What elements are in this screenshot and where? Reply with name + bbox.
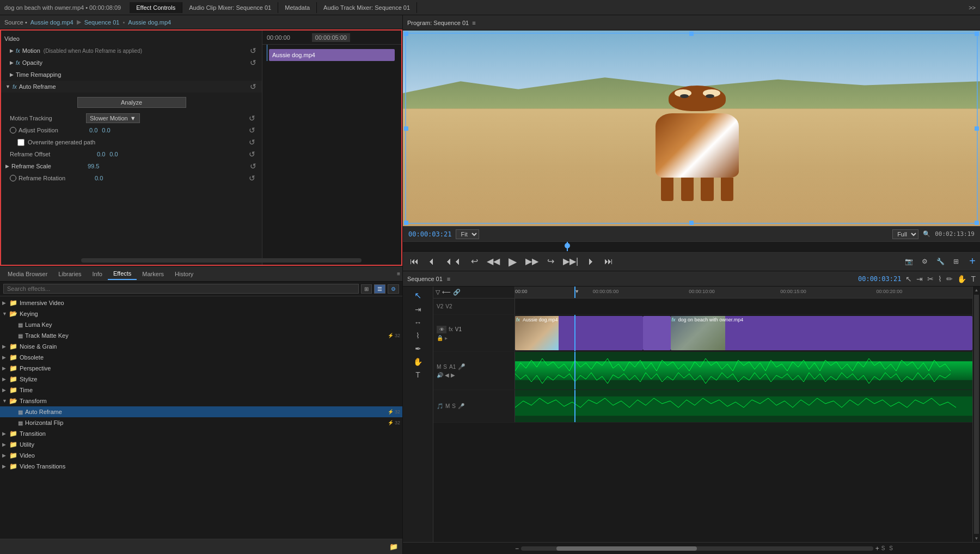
timeline-ruler[interactable]: 00:00 ▼ 00:00:05:00 00:00:10:00 00:00:15… (515, 287, 972, 299)
a1-m-btn[interactable]: M (437, 364, 441, 370)
tree-item-noise-grain[interactable]: ▶ 📁 Noise & Grain (0, 341, 402, 352)
active-file-link[interactable]: Aussie dog.mp4 (128, 19, 171, 26)
tab-markers[interactable]: Markers (137, 269, 169, 279)
tl-tool-text2[interactable]: T (414, 369, 422, 381)
motion-section[interactable]: ▶ fx Motion (Disabled when Auto Reframe … (1, 45, 262, 57)
a1-s-btn[interactable]: S (443, 364, 447, 370)
tree-item-immersive-video[interactable]: ▶ 📁 Immersive Video (0, 297, 402, 308)
tab-libraries[interactable]: Libraries (53, 269, 87, 279)
tab-effects[interactable]: Effects (108, 268, 137, 280)
opacity-section[interactable]: ▶ fx Opacity ↺ (1, 57, 262, 69)
reframe-scale-arrow[interactable]: ▶ (5, 163, 9, 169)
v1-sync-icon[interactable]: 🔒 (437, 335, 443, 341)
sequence-link[interactable]: Sequence 01 (84, 19, 120, 26)
tree-item-auto-reframe[interactable]: ▦ Auto Reframe ⚡ 32 (0, 406, 402, 417)
reframe-offset-y[interactable]: 0.0 (109, 151, 118, 157)
tl-scroll-thumb-h[interactable] (556, 546, 697, 551)
overwrite-checkbox[interactable] (17, 139, 24, 146)
transport-wrench[interactable]: 🔧 (934, 256, 947, 267)
seq-tool-razor[interactable]: ✂ (927, 275, 934, 283)
transport-go-to-out[interactable]: ↪ (544, 254, 557, 268)
tl-tool-ripple-edit[interactable]: ⇥ (413, 303, 423, 315)
seq-tool-slip[interactable]: ⌇ (938, 275, 942, 283)
auto-reframe-arrow[interactable]: ▼ (5, 84, 10, 89)
a1-prev-btn[interactable]: ◀ (445, 372, 449, 378)
transport-next-edit[interactable]: ▶▶| (560, 254, 581, 268)
transport-to-in[interactable]: ⏮ (407, 255, 421, 268)
a2-s-btn[interactable]: S (452, 403, 456, 409)
scroll-up-btn[interactable]: ▲ (973, 287, 980, 294)
transport-step-fwd[interactable]: ⏵ (584, 255, 598, 268)
tl-tool-razor[interactable]: ⌇ (414, 330, 421, 342)
tl-zoom-in[interactable]: + (875, 545, 879, 552)
ec-scrollbar[interactable] (81, 258, 362, 263)
a1-mic-icon[interactable]: 🎤 (458, 363, 465, 370)
effects-search-input[interactable] (3, 284, 359, 294)
transport-settings[interactable]: ⚙ (919, 256, 930, 267)
tree-item-obsolete[interactable]: ▶ 📁 Obsolete (0, 352, 402, 363)
effects-filter[interactable]: ⚙ (388, 284, 399, 294)
seq-tool-selection[interactable]: ↖ (905, 275, 912, 283)
tree-item-time[interactable]: ▶ 📁 Time (0, 385, 402, 395)
v2-toggle[interactable]: V2 (437, 303, 443, 309)
tab-history[interactable]: History (169, 269, 199, 279)
tl-tool-hand2[interactable]: ✋ (412, 356, 424, 368)
tl-h-scrollbar[interactable] (521, 546, 873, 551)
effects-menu-icon[interactable]: ≡ (397, 271, 400, 277)
transport-add[interactable]: + (969, 255, 976, 267)
new-folder-button[interactable]: 📁 (389, 543, 398, 551)
tree-item-video-transitions[interactable]: ▶ 📁 Video Transitions (0, 461, 402, 472)
v1-eye-btn[interactable]: 👁 (437, 326, 446, 333)
transport-step-back[interactable]: ⏴ (425, 255, 439, 268)
tl-tool-arrow[interactable]: ↖ (413, 289, 423, 302)
adjust-position-reset[interactable]: ↺ (249, 126, 255, 135)
full-select[interactable]: Full (892, 229, 918, 239)
tab-info[interactable]: Info (87, 269, 108, 279)
program-timeline-strip[interactable] (403, 241, 980, 251)
tree-item-luma-key[interactable]: ▦ Luma Key (0, 319, 402, 330)
tree-item-track-matte-key[interactable]: ▦ Track Matte Key ⚡ 32 (0, 330, 402, 341)
time-remapping-section[interactable]: ▶ Time Remapping (1, 69, 262, 81)
transport-play[interactable]: ▶ (506, 253, 519, 270)
video-clip-dog-owner[interactable]: fx dog on beach with owner.mp4 (671, 316, 972, 350)
transport-grid[interactable]: ⊞ (951, 256, 961, 267)
tree-item-transition[interactable]: ▶ 📁 Transition (0, 428, 402, 439)
reframe-scale-value[interactable]: 99.5 (88, 163, 99, 169)
scroll-down-btn[interactable]: ▼ (973, 535, 980, 542)
transport-ff[interactable]: ▶▶ (523, 254, 541, 268)
a1-label[interactable]: A1 (449, 364, 456, 370)
effects-list-view[interactable]: ☰ (374, 284, 385, 294)
tree-item-stylize[interactable]: ▶ 📁 Stylize (0, 374, 402, 385)
a2-m-btn[interactable]: M (445, 403, 450, 409)
analyze-button[interactable]: Analyze (77, 97, 186, 108)
a1-next-btn[interactable]: ▶ (451, 372, 455, 378)
sequence-menu-icon[interactable]: ≡ (447, 276, 450, 282)
source-file-link[interactable]: Aussie dog.mp4 (30, 19, 74, 26)
reframe-scale-reset[interactable]: ↺ (250, 162, 256, 171)
adjust-pos-y[interactable]: 0.0 (102, 127, 110, 133)
overwrite-reset[interactable]: ↺ (249, 138, 255, 147)
reframe-scale-section[interactable]: ▶ Reframe Scale 99.5 ↺ (1, 160, 262, 172)
transport-go-to-in[interactable]: ↩ (468, 254, 481, 268)
tl-zoom-out[interactable]: − (515, 545, 519, 552)
v1-label[interactable]: V1 (455, 326, 462, 332)
transport-rewind[interactable]: ◀◀ (484, 254, 503, 268)
v2-content[interactable] (515, 299, 972, 314)
a2-content[interactable] (515, 390, 972, 422)
seq-tool-text[interactable]: T (971, 275, 976, 283)
fit-select[interactable]: Fit (456, 229, 479, 239)
tab-audio-clip-mixer[interactable]: Audio Clip Mixer: Sequence 01 (182, 2, 278, 13)
tree-item-video[interactable]: ▶ 📁 Video (0, 450, 402, 461)
tree-item-transform[interactable]: ▼ 📂 Transform (0, 395, 402, 406)
ec-clip-bar[interactable]: Aussie dog.mp4 (269, 49, 395, 61)
tl-tool-stretch[interactable]: ↔ (413, 316, 424, 328)
transport-prev-edit[interactable]: ⏴⏴ (442, 255, 465, 268)
transport-to-out[interactable]: ⏭ (602, 255, 616, 268)
tl-right-scrollbar[interactable]: ▲ ▼ (972, 287, 980, 542)
tab-effect-controls[interactable]: Effect Controls (130, 2, 182, 13)
zoom-icon[interactable]: 🔍 (923, 230, 930, 238)
tl-tool-pen2[interactable]: ✒ (413, 343, 423, 355)
effects-grid-view[interactable]: ⊞ (361, 284, 372, 294)
link-btn[interactable]: 🔗 (453, 289, 461, 296)
tab-media-browser[interactable]: Media Browser (2, 269, 53, 279)
